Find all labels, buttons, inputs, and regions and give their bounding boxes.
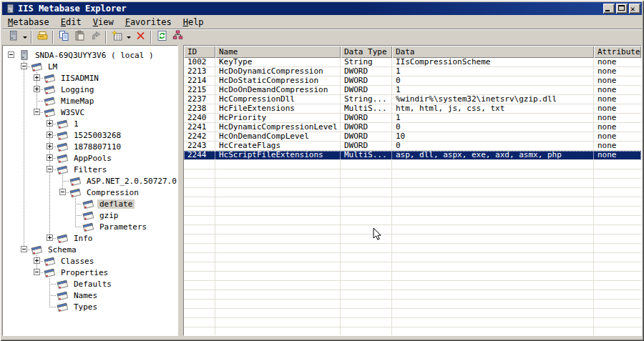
empty-row[interactable] [184, 327, 641, 336]
tree-node-iisadmin[interactable]: IISADMIN [3, 72, 177, 84]
tree-node-1878807110[interactable]: 1878807110 [3, 141, 177, 152]
metabase-key-icon [44, 96, 56, 106]
menu-item-help[interactable]: Help [177, 16, 210, 29]
collapse-icon[interactable] [8, 51, 14, 58]
expand-icon[interactable] [47, 143, 53, 149]
empty-row[interactable] [184, 244, 641, 253]
collapse-icon[interactable] [47, 166, 53, 172]
cell-data-type [341, 244, 392, 252]
tree-node-filters[interactable]: Filters [3, 164, 177, 175]
tree-node-gzip[interactable]: gzip [3, 209, 177, 221]
record-row-2242[interactable]: 2242HcOnDemandCompLevelDWORD10none [184, 132, 641, 142]
new-record-dropdown[interactable] [125, 30, 132, 44]
empty-row[interactable] [184, 179, 641, 188]
record-row-2238[interactable]: 2238HcFileExtensionsMultiS...htm, html, … [184, 104, 641, 114]
tree-node-properties[interactable]: Properties [3, 267, 177, 278]
empty-row[interactable] [184, 160, 641, 169]
empty-row[interactable] [184, 318, 641, 327]
record-row-2244[interactable]: 2244HcScriptFileExtensionsMultiS...asp, … [184, 151, 641, 160]
undo-button[interactable] [87, 30, 103, 44]
menu-item-edit[interactable]: Edit [55, 16, 87, 29]
expand-icon[interactable] [34, 74, 40, 81]
expand-icon[interactable] [47, 154, 53, 161]
tree-node-mimemap[interactable]: MimeMap [3, 95, 177, 107]
expand-icon[interactable] [47, 132, 53, 138]
menu-item-favorites[interactable]: Favorites [119, 16, 177, 29]
expand-icon[interactable] [34, 257, 40, 264]
record-row-2243[interactable]: 2243HcCreateFlagsDWORD0none [184, 142, 641, 151]
tree-indent-guide [18, 141, 31, 152]
column-header-id[interactable]: ID [184, 46, 215, 58]
collapse-icon[interactable] [34, 109, 40, 115]
connect-server-dropdown[interactable] [21, 30, 29, 44]
record-row-2215[interactable]: 2215HcDoOnDemandCompressionDWORD1none [184, 86, 641, 95]
tree-node-parameters[interactable]: Parameters [3, 221, 177, 232]
minimize-button[interactable] [603, 4, 615, 14]
tree-node-types[interactable]: Types [3, 301, 177, 312]
tree-node-deflate[interactable]: deflate [3, 198, 177, 209]
tree-node-schema[interactable]: Schema [3, 244, 177, 255]
tree-node-label: W3SVC [59, 108, 87, 117]
empty-row[interactable] [184, 309, 641, 318]
tree-node-asp-net-2-0-50727-0[interactable]: ASP.NET_2.0.50727.0 [3, 175, 177, 187]
tree-node-snda-69q3uyy3v6-local-[interactable]: SNDA-69Q3UYY3V6 ( local ) [3, 49, 177, 61]
tree-node-1[interactable]: 1 [3, 118, 177, 129]
empty-row[interactable] [184, 188, 641, 197]
column-header-data[interactable]: Data [392, 46, 594, 58]
empty-row[interactable] [184, 225, 641, 234]
tree-node-apppools[interactable]: AppPools [3, 152, 177, 164]
empty-row[interactable] [184, 216, 641, 225]
empty-row[interactable] [184, 272, 641, 281]
collapse-icon[interactable] [34, 269, 40, 275]
column-header-name[interactable]: Name [215, 46, 341, 58]
metabase-key-icon [57, 164, 69, 174]
delete-record-button[interactable] [132, 30, 148, 44]
menu-item-metabase[interactable]: Metabase [2, 16, 55, 29]
expand-icon[interactable] [47, 120, 53, 127]
record-row-1002[interactable]: 1002KeyTypeStringIIsCompressionSchemenon… [184, 58, 641, 67]
collapse-icon[interactable] [21, 246, 27, 252]
splitter[interactable] [178, 45, 183, 336]
empty-row[interactable] [184, 281, 641, 290]
new-record-button[interactable] [109, 30, 125, 44]
close-button[interactable]: ✕ [629, 4, 640, 14]
connect-server-button[interactable] [5, 30, 21, 44]
refresh-button[interactable] [154, 30, 170, 44]
tree-node-w3svc[interactable]: W3SVC [3, 107, 177, 118]
copy-button[interactable] [56, 30, 72, 44]
empty-row[interactable] [184, 300, 641, 309]
cell-data: 0 [392, 142, 594, 150]
tree-node-logging[interactable]: Logging [3, 84, 177, 95]
empty-row[interactable] [184, 253, 641, 262]
menu-item-view[interactable]: View [87, 16, 119, 29]
collapse-icon[interactable] [21, 63, 27, 69]
record-row-2213[interactable]: 2213HcDoDynamicCompressionDWORD1none [184, 67, 641, 76]
tree-node-defaults[interactable]: Defaults [3, 278, 177, 290]
expand-icon[interactable] [34, 86, 40, 92]
tree-node-info[interactable]: Info [3, 232, 177, 244]
column-header-data-type[interactable]: Data Type [341, 46, 392, 58]
empty-row[interactable] [184, 197, 641, 207]
record-row-2214[interactable]: 2214HcDoStaticCompressionDWORD0none [184, 76, 641, 86]
tree-node-compression[interactable]: Compression [3, 187, 177, 198]
record-row-2240[interactable]: 2240HcPriorityDWORD1none [184, 114, 641, 123]
empty-row[interactable] [184, 262, 641, 272]
tree-node-names[interactable]: Names [3, 290, 177, 301]
paste-button[interactable] [72, 30, 87, 44]
tree-node-1525003268[interactable]: 1525003268 [3, 129, 177, 141]
view-tree-button[interactable] [170, 30, 185, 44]
empty-row[interactable] [184, 169, 641, 179]
record-row-2237[interactable]: 2237HcCompressionDllString...%windir%\sy… [184, 95, 641, 104]
expand-icon[interactable] [47, 234, 53, 241]
empty-row[interactable] [184, 234, 641, 244]
tree-node-classes[interactable]: Classes [3, 255, 177, 267]
cell-attributes [594, 160, 641, 169]
collapse-icon[interactable] [59, 189, 66, 195]
tree-node-lm[interactable]: LM [3, 61, 177, 72]
maximize-button[interactable] [616, 4, 628, 14]
column-header-attributes[interactable]: Attributes [594, 46, 641, 58]
save-button[interactable] [34, 30, 50, 44]
record-row-2241[interactable]: 2241HcDynamicCompressionLevelDWORD0none [184, 123, 641, 132]
empty-row[interactable] [184, 207, 641, 216]
empty-row[interactable] [184, 290, 641, 300]
